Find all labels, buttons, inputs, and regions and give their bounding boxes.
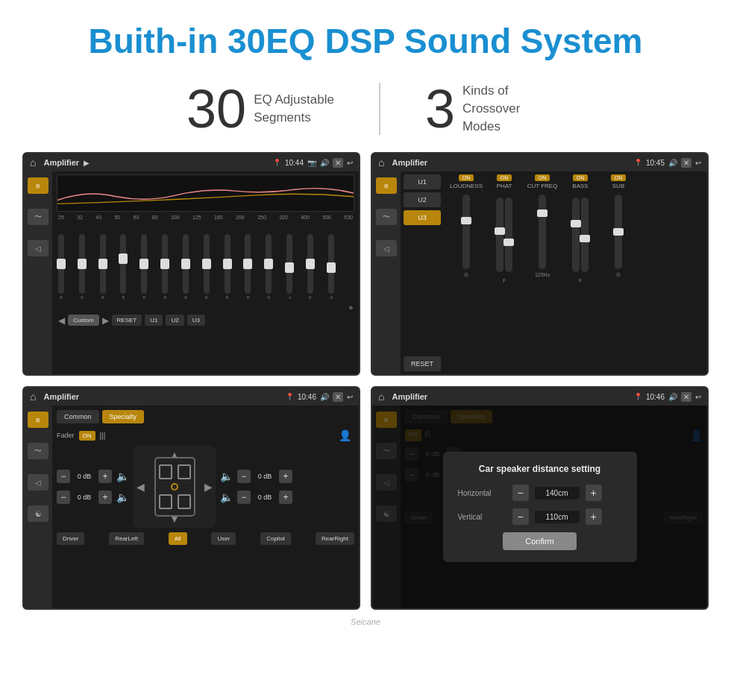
slider-col[interactable]: 0 [162, 222, 168, 312]
cutfreq-on-badge[interactable]: ON [535, 174, 550, 181]
u2-btn[interactable]: U2 [166, 315, 183, 326]
slider-track[interactable] [141, 234, 147, 294]
screen1-back-icon[interactable]: ↩ [347, 159, 353, 167]
phat-slider1[interactable] [496, 198, 503, 272]
slider-track[interactable] [58, 234, 64, 294]
next-btn[interactable]: ▶ [102, 315, 109, 326]
screen1-x-icon[interactable]: ✕ [333, 158, 343, 168]
screen1-home-icon[interactable]: ⌂ [30, 157, 36, 168]
fader-slider[interactable]: ||| [100, 432, 106, 440]
screen3-vol-icon[interactable]: 🔊 [320, 393, 329, 401]
slider-col[interactable]: 0 [79, 222, 85, 312]
slider-col[interactable]: 0 [100, 222, 106, 312]
screen1-vol-icon[interactable]: 🔊 [320, 159, 329, 167]
slider-track[interactable] [100, 234, 106, 294]
phat-on-badge[interactable]: ON [497, 174, 512, 181]
right-arrow[interactable]: ▶ [204, 481, 213, 493]
slider-col[interactable]: 0 [58, 222, 64, 312]
expand-icon[interactable]: » [348, 303, 353, 312]
user-icon[interactable]: 👤 [339, 429, 351, 441]
user-btn[interactable]: User [211, 532, 236, 545]
vol-minus-rl[interactable]: − [57, 491, 70, 504]
slider-col[interactable]: 0 [141, 222, 147, 312]
slider-col[interactable]: 0 [183, 222, 189, 312]
slider-track[interactable] [79, 234, 85, 294]
slider-track[interactable] [328, 234, 334, 294]
screen1-camera-icon[interactable]: 📷 [307, 159, 316, 167]
eq-tune-icon[interactable]: ≡ [28, 177, 48, 194]
screen2-x-icon[interactable]: ✕ [681, 158, 691, 168]
vol-plus-fr[interactable]: + [279, 470, 292, 483]
u3-btn[interactable]: U3 [187, 315, 205, 326]
eq-sliders[interactable]: 0 0 0 5 0 [57, 222, 354, 312]
vol-minus-fr[interactable]: − [237, 470, 251, 483]
vol-plus-rl[interactable]: + [98, 491, 112, 504]
screen4-vol-icon[interactable]: 🔊 [668, 393, 677, 401]
bass-on-badge[interactable]: ON [573, 174, 589, 181]
screen2-back-icon[interactable]: ↩ [695, 159, 701, 167]
crossover-tune-icon[interactable]: ≡ [376, 177, 397, 194]
slider-col[interactable]: 0 [307, 222, 313, 312]
specialty-tab[interactable]: Specialty [102, 410, 145, 423]
slider-col[interactable]: -1 [328, 222, 334, 312]
eq-wave-icon[interactable]: 〜 [28, 209, 48, 225]
left-arrow[interactable]: ◀ [137, 481, 145, 493]
speaker-vol-icon[interactable]: ◁ [28, 474, 48, 491]
slider-col[interactable]: 0 [245, 222, 251, 312]
u3-crossover-btn[interactable]: U3 [404, 210, 441, 225]
slider-col[interactable]: 0 [225, 222, 230, 312]
prev-btn[interactable]: ◀ [58, 315, 65, 326]
custom-btn[interactable]: Custom [68, 315, 99, 326]
driver-btn[interactable]: Driver [57, 532, 84, 545]
u1-btn[interactable]: U1 [145, 315, 163, 326]
slider-track[interactable] [225, 234, 230, 294]
vertical-plus-btn[interactable]: + [586, 508, 602, 525]
bass-slider2[interactable] [581, 198, 589, 272]
slider-track[interactable] [204, 234, 210, 294]
speaker-tune-icon[interactable]: ≡ [28, 412, 48, 428]
vol-plus-fl[interactable]: + [98, 470, 112, 483]
slider-col[interactable]: 0 [266, 222, 272, 312]
slider-col[interactable]: 0 [204, 222, 210, 312]
sub-on-badge[interactable]: ON [611, 174, 627, 181]
slider-track[interactable] [245, 234, 251, 294]
rearleft-btn[interactable]: RearLeft [109, 532, 144, 545]
slider-col[interactable]: -1 [286, 222, 292, 312]
slider-track[interactable] [286, 234, 292, 294]
vol-minus-fl[interactable]: − [57, 470, 70, 483]
crossover-speaker-icon[interactable]: ◁ [376, 240, 397, 256]
reset-crossover-btn[interactable]: RESET [404, 356, 441, 371]
rearright-btn[interactable]: RearRight [316, 532, 354, 545]
slider-col[interactable]: 5 [120, 222, 126, 312]
cutfreq-slider[interactable] [539, 195, 546, 269]
sub-slider[interactable] [615, 195, 622, 269]
eq-speaker-icon[interactable]: ◁ [28, 240, 48, 256]
copilot-btn[interactable]: Copilot [260, 532, 291, 545]
confirm-button[interactable]: Confirm [503, 532, 577, 550]
fader-on-badge[interactable]: ON [79, 431, 95, 441]
all-btn[interactable]: All [169, 532, 187, 545]
loudness-slider[interactable] [462, 195, 470, 269]
u2-crossover-btn[interactable]: U2 [404, 192, 441, 207]
speaker-wave-icon[interactable]: 〜 [28, 443, 48, 459]
vol-plus-rr[interactable]: + [279, 491, 292, 504]
slider-track[interactable] [120, 234, 126, 294]
screen1-play-icon[interactable]: ▶ [84, 159, 90, 167]
horizontal-minus-btn[interactable]: − [512, 485, 529, 501]
speaker-bt-icon[interactable]: ☯ [28, 505, 48, 522]
slider-track[interactable] [307, 234, 313, 294]
reset-btn[interactable]: RESET [112, 315, 142, 326]
slider-track[interactable] [183, 234, 189, 294]
vol-minus-rr[interactable]: − [237, 491, 251, 504]
screen3-back-icon[interactable]: ↩ [347, 393, 353, 401]
screen3-home-icon[interactable]: ⌂ [30, 391, 36, 403]
screen4-home-icon[interactable]: ⌂ [378, 391, 384, 403]
screen2-home-icon[interactable]: ⌂ [378, 157, 384, 168]
screen4-x-icon[interactable]: ✕ [681, 392, 691, 402]
crossover-wave-icon[interactable]: 〜 [376, 209, 397, 225]
loudness-on-badge[interactable]: ON [459, 174, 474, 181]
slider-track[interactable] [162, 234, 168, 294]
vertical-minus-btn[interactable]: − [512, 508, 529, 525]
screen2-vol-icon[interactable]: 🔊 [668, 159, 677, 167]
screen4-back-icon[interactable]: ↩ [695, 393, 701, 401]
